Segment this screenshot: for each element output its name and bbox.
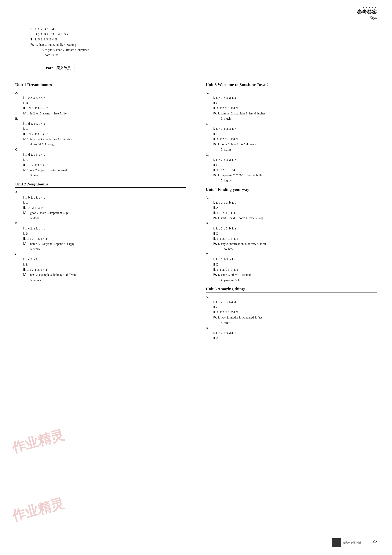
top-left-mark: —: [15, 6, 19, 10]
unit3-A-label: A.: [206, 90, 377, 95]
prefix-b-content: 1. C 2. B 3. B 4. C: [35, 28, 58, 31]
unit3-A-III: Ⅲ. 1. F 2. T 3. F 4. T: [206, 106, 377, 111]
unit5-A-IV: Ⅳ. 1. way 2. middle 3. wondered 4. fact: [206, 315, 377, 320]
watermark2: 作业精灵: [10, 496, 65, 524]
unit4-C-III: Ⅲ. 1. F 2. T 3. T 4. T: [206, 267, 377, 272]
unit4-A-II: Ⅱ. A: [206, 205, 377, 210]
unit4-B-III: Ⅲ. 1. F 2. F 3. T 4. T: [206, 236, 377, 241]
prefix-b-line: B) 1. C 2. B 3. B 4. C: [30, 27, 377, 32]
unit2-A-III: Ⅲ. 1. C 2. D 3. B: [15, 205, 186, 210]
prefix-iv2-content: 5. to put 6. stood 7. Before 8. surprise…: [42, 48, 89, 51]
unit5-sectionB: B. Ⅰ. 1. a 2. b 3. d 4. c Ⅱ. A: [206, 325, 377, 341]
unit1-A-I: Ⅰ. 1. c 2. a 3. d 4. b: [15, 95, 186, 100]
unit5-A-IV2: 5. after: [206, 320, 377, 325]
unit4-header: Unit 4 Finding your way: [206, 187, 377, 193]
unit3-block: Unit 3 Welcome to Sunshine Town! A. Ⅰ. 1…: [206, 82, 377, 183]
unit1-B-II: Ⅱ. C: [15, 126, 186, 131]
unit2-B-I: Ⅰ. 1. c 2. a 3. d 4. b: [15, 226, 186, 231]
unit4-B-I: Ⅰ. 1. c 2. d 3. b 4. a: [206, 226, 377, 231]
unit1-B-I: Ⅰ. 1. d 2. a 3. b 4. c: [15, 121, 186, 126]
unit1-B-IV: Ⅳ. 1. important 2. activities 3. countri…: [15, 137, 186, 142]
unit2-block: Unit 2 Neighbours A. Ⅰ. 1. b 2. c 3. d 4…: [15, 182, 186, 282]
unit3-B-II: Ⅱ. B: [206, 131, 377, 137]
unit5-header: Unit 5 Amazing things: [206, 286, 377, 292]
prefix-iii-content: 1. D 2. A 3. B 4. E: [35, 38, 57, 41]
unit2-B-IV2: 5. ready: [15, 246, 186, 251]
unit4-sectionB: B. Ⅰ. 1. c 2. d 3. b 4. a Ⅱ. D Ⅲ. 1. F 2…: [206, 220, 377, 251]
unit1-C-III: Ⅲ. 1. F 2. F 3. T 4. T: [15, 162, 186, 168]
unit4-C-II: Ⅱ. D: [206, 262, 377, 267]
prefix-c-content: 1. B 2. C 3. B 4. D 5. C: [41, 33, 69, 36]
unit2-A-IV2: 5. door: [15, 215, 186, 220]
unit4-sectionC: C. Ⅰ. 1. d 2. b 3. a 4. c Ⅱ. D Ⅲ. 1. F 2…: [206, 252, 377, 283]
unit3-C-III: Ⅲ. 1. T 2. F 3. T 4. F: [206, 168, 377, 173]
unit1-header: Unit 1 Dream homes: [15, 82, 186, 88]
unit2-C-I: Ⅰ. 1. c 2. a 3. d 4. b: [15, 257, 186, 262]
unit3-C-label: C.: [206, 152, 377, 157]
unit3-B-IV: Ⅳ. 1. home 2. into 3. don't 4. hands: [206, 142, 377, 147]
prefix-iv-content: 1. their 2. but 3. loudly 4. waking: [36, 43, 76, 46]
unit5-B-I: Ⅰ. 1. a 2. b 3. d 4. c: [206, 330, 377, 336]
right-col: Unit 3 Welcome to Sunshine Town! A. Ⅰ. 1…: [198, 78, 377, 344]
unit1-C-label: C.: [15, 147, 186, 152]
header-sub: Keys: [357, 15, 377, 20]
unit5-A-II: Ⅱ. C: [206, 305, 377, 310]
unit4-B-II: Ⅱ. D: [206, 231, 377, 236]
unit3-B-IV2: 5. warm: [206, 147, 377, 152]
unit1-A-III: Ⅲ. 1. T 2. F 3. F 4. T: [15, 106, 186, 111]
unit1-C-IV2: 5. less: [15, 173, 186, 178]
unit4-A-III: Ⅲ. 1. T 2. T 3. F 4. F: [206, 210, 377, 215]
prefix-iii-label: Ⅲ.: [30, 38, 33, 41]
unit1-C-I: Ⅰ. 1. d 2. b 3. c 4. a: [15, 152, 186, 157]
unit2-C-II: Ⅱ. B: [15, 262, 186, 267]
unit1-B-IV2: 4. useful 5. Among: [15, 142, 186, 147]
unit1-A-IV: Ⅳ. 1. in 2. on 3. spend 4. free 5. life: [15, 111, 186, 116]
unit2-A-I: Ⅰ. 1. b 2. c 3. d 4. a: [15, 195, 186, 200]
unit2-A-IV: Ⅳ. 1. good 2. more 3. important 4. get: [15, 210, 186, 215]
unit5-sectionA: A. Ⅰ. 1. a 2. c 3. b 4. d Ⅱ. C Ⅲ. 1. F 2…: [206, 294, 377, 325]
prefix-iv3-content: 9. both 10. us: [42, 53, 58, 57]
left-col: Unit 1 Dream homes A. Ⅰ. 1. c 2. a 3. d …: [15, 78, 186, 344]
part3-label: Part 3 美文欣赏: [42, 64, 75, 72]
unit1-B-III: Ⅲ. 1. T 2. F 3. F 4. T: [15, 131, 186, 137]
prefix-c-line: C) 1. B 2. C 3. B 4. D 5. C: [30, 32, 377, 37]
unit1-A-label: A.: [15, 90, 186, 95]
scanner-text: 扫描全能王 创建: [342, 541, 362, 545]
unit2-sectionA: A. Ⅰ. 1. b 2. c 3. d 4. a Ⅱ. C Ⅲ. 1. C 2…: [15, 190, 186, 220]
unit2-A-II: Ⅱ. C: [15, 200, 186, 205]
unit4-A-IV: Ⅳ. 1. start 2. next 3. north 4. raise 5.…: [206, 215, 377, 220]
unit1-block: Unit 1 Dream homes A. Ⅰ. 1. c 2. a 3. d …: [15, 82, 186, 178]
prefix-c-label: C): [36, 33, 39, 36]
two-col: Unit 1 Dream homes A. Ⅰ. 1. c 2. a 3. d …: [15, 78, 377, 344]
unit1-B-label: B.: [15, 116, 186, 121]
unit3-A-IV2: 5. much: [206, 116, 377, 121]
header-title: 参考答案: [357, 9, 377, 15]
unit5-A-label: A.: [206, 294, 377, 299]
unit1-C-IV: Ⅳ. 1. rest 2. enjoy 3. broken 4. small: [15, 168, 186, 173]
unit3-sectionA: A. Ⅰ. 1. c 2. b 3. d 4. a Ⅱ. C Ⅲ. 1. F 2…: [206, 90, 377, 121]
unit2-B-IV: Ⅳ. 1. home 2. Everyone 3. spend 4. happy: [15, 241, 186, 246]
unit4-C-I: Ⅰ. 1. d 2. b 3. a 4. c: [206, 257, 377, 262]
unit4-B-label: B.: [206, 220, 377, 226]
unit3-C-II: Ⅱ. C: [206, 162, 377, 168]
part3-box: Part 3 美文欣赏: [30, 61, 377, 75]
unit2-A-label: A.: [15, 190, 186, 195]
unit2-C-label: C.: [15, 252, 186, 257]
unit4-C-label: C.: [206, 252, 377, 257]
unit2-B-label: B.: [15, 220, 186, 226]
prefix-b-label: B): [30, 28, 33, 31]
unit4-B-IV: Ⅳ. 1. stay 2. information 3. borrow 4. l…: [206, 241, 377, 246]
page: — ● ● ● ● ● 参考答案 Keys B) 1. C 2. B 3. B …: [0, 0, 392, 555]
unit4-sectionA: A. Ⅰ. 1. a 2. d 3. b 4. c Ⅱ. A Ⅲ. 1. T 2…: [206, 195, 377, 221]
unit5-block: Unit 5 Amazing things A. Ⅰ. 1. a 2. c 3.…: [206, 286, 377, 341]
unit3-sectionB: B. Ⅰ. 1. b 2. d 3. a 4. c Ⅱ. B Ⅲ. 1. F 2…: [206, 121, 377, 152]
unit2-sectionB: B. Ⅰ. 1. c 2. a 3. d 4. b Ⅱ. D Ⅲ. 1. T 2…: [15, 220, 186, 251]
unit4-A-label: A.: [206, 195, 377, 200]
unit3-A-I: Ⅰ. 1. c 2. b 3. d 4. a: [206, 95, 377, 100]
page-number: 25: [373, 539, 377, 544]
unit3-C-I: Ⅰ. 1. b 2. a 3. d 4. c: [206, 157, 377, 162]
unit3-header: Unit 3 Welcome to Sunshine Town!: [206, 82, 377, 88]
unit2-header: Unit 2 Neighbours: [15, 182, 186, 188]
unit3-B-I: Ⅰ. 1. b 2. d 3. a 4. c: [206, 126, 377, 131]
unit2-B-II: Ⅱ. D: [15, 231, 186, 236]
